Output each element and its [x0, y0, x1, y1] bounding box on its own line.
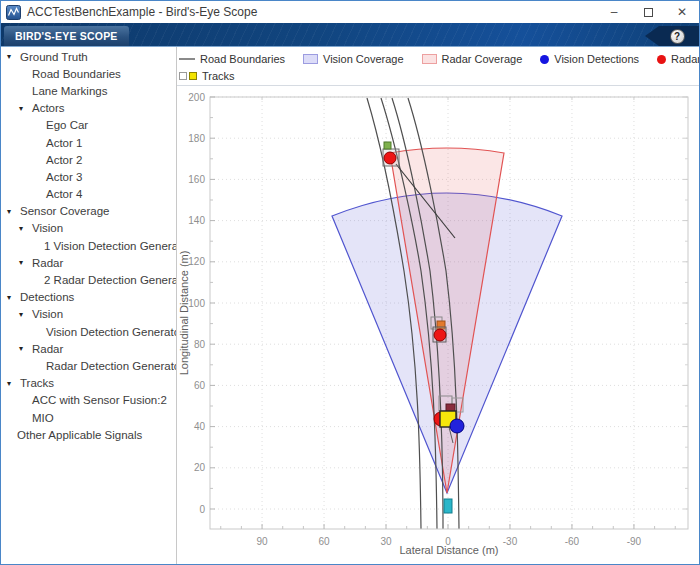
maximize-icon: [644, 8, 653, 17]
tree-item-lane-markings[interactable]: Lane Markings: [1, 82, 176, 99]
collapse-arrow-icon[interactable]: ▾: [19, 104, 28, 113]
tree-item-radar-detection-generator[interactable]: Radar Detection Generator: [1, 357, 176, 374]
tree-item-label: Actor 4: [1, 188, 82, 200]
y-tick-label: 160: [188, 174, 205, 185]
radar-detection-far: [384, 152, 396, 164]
ribbon-toolstrip: BIRD'S-EYE SCOPE ?: [1, 23, 699, 47]
tree-item-label: Vision Detection Generator: [1, 326, 177, 338]
y-axis-label: Longitudinal Distance (m): [178, 251, 190, 376]
x-tick-label: 90: [256, 536, 268, 547]
legend-label: Road Boundaries: [200, 53, 285, 65]
collapse-arrow-icon[interactable]: ▾: [19, 344, 28, 353]
y-tick-label: 60: [194, 380, 206, 391]
tree-item-road-boundaries[interactable]: Road Boundaries: [1, 65, 176, 82]
legend-label: Vision Coverage: [323, 53, 404, 65]
tree-item-actor-4[interactable]: Actor 4: [1, 186, 176, 203]
collapse-arrow-icon[interactable]: ▾: [7, 293, 16, 302]
legend-item-tracks: Tracks: [179, 70, 235, 82]
tree-item-sensor-coverage[interactable]: ▾Sensor Coverage: [1, 203, 176, 220]
legend-label: Tracks: [202, 70, 235, 82]
tree-item-radar[interactable]: ▾Radar: [1, 254, 176, 271]
tree-item-label: Radar: [32, 343, 63, 355]
y-tick-label: 200: [188, 92, 205, 103]
tree-item-other-applicable-signals[interactable]: Other Applicable Signals: [1, 426, 176, 443]
tree-item-label: Sensor Coverage: [20, 205, 110, 217]
radar-coverage-swatch: [422, 54, 437, 64]
y-tick-label: 140: [188, 215, 205, 226]
tree-item-label: Detections: [20, 291, 74, 303]
collapse-arrow-icon[interactable]: ▾: [19, 258, 28, 267]
tree-item-2-radar-detection-generator[interactable]: 2 Radar Detection Generator: [1, 271, 176, 288]
y-tick-label: 80: [194, 339, 206, 350]
y-tick-label: 180: [188, 133, 205, 144]
tree-item-label: Ground Truth: [20, 51, 88, 63]
tree-item-label: ACC with Sensor Fusion:2: [1, 394, 167, 406]
tree-item-1-vision-detection-generator[interactable]: 1 Vision Detection Generator: [1, 237, 176, 254]
collapse-arrow-icon[interactable]: ▾: [7, 207, 16, 216]
tree-item-actor-2[interactable]: Actor 2: [1, 151, 176, 168]
y-tick-label: 100: [188, 298, 205, 309]
tree-item-label: MIO: [1, 412, 54, 424]
x-tick-label: 0: [445, 536, 451, 547]
legend-item-vision-detections: Vision Detections: [540, 53, 639, 65]
tree-item-actor-3[interactable]: Actor 3: [1, 168, 176, 185]
tree-item-detections[interactable]: ▾Detections: [1, 289, 176, 306]
sensor-coverage-layer: [332, 148, 562, 493]
tree-item-label: 2 Radar Detection Generator: [1, 274, 177, 286]
signal-tree-panel: ▾Ground TruthRoad BoundariesLane Marking…: [1, 47, 177, 564]
x-tick-label: 30: [380, 536, 392, 547]
tree-item-label: Ego Car: [1, 119, 88, 131]
tree-item-ground-truth[interactable]: ▾Ground Truth: [1, 48, 176, 65]
tree-item-label: Actor 2: [1, 154, 82, 166]
tree-item-acc-with-sensor-fusion-2[interactable]: ACC with Sensor Fusion:2: [1, 392, 176, 409]
tree-item-label: Road Boundaries: [1, 68, 121, 80]
tree-item-tracks[interactable]: ▾Tracks: [1, 375, 176, 392]
help-wedge: ?: [645, 26, 699, 46]
collapse-arrow-icon[interactable]: ▾: [19, 310, 28, 319]
content-area: ▾Ground TruthRoad BoundariesLane Marking…: [1, 47, 699, 564]
tree-item-vision[interactable]: ▾Vision: [1, 306, 176, 323]
tab-birds-eye-scope[interactable]: BIRD'S-EYE SCOPE: [4, 26, 129, 46]
x-tick-label: 60: [318, 536, 330, 547]
road-boundaries-swatch: [179, 58, 195, 60]
tree-item-label: Tracks: [20, 377, 54, 389]
tree-item-radar[interactable]: ▾Radar: [1, 340, 176, 357]
collapse-arrow-icon[interactable]: ▾: [19, 224, 28, 233]
radar-detections-swatch: [657, 55, 666, 64]
tree-item-label: Vision: [32, 308, 63, 320]
tree-item-actors[interactable]: ▾Actors: [1, 100, 176, 117]
vision-detection-near: [450, 419, 464, 433]
close-button[interactable]: ✕: [665, 1, 699, 23]
help-button[interactable]: ?: [670, 29, 685, 44]
tree-item-actor-1[interactable]: Actor 1: [1, 134, 176, 151]
track-swatch: [189, 72, 197, 80]
tracks-swatch: [179, 72, 197, 80]
minimize-button[interactable]: –: [597, 1, 631, 23]
y-tick-label: 0: [199, 504, 205, 515]
maximize-button[interactable]: [631, 1, 665, 23]
legend-item-radar-coverage: Radar Coverage: [422, 53, 523, 65]
x-tick-label: -60: [565, 536, 580, 547]
collapse-arrow-icon[interactable]: ▾: [7, 379, 16, 388]
plot-panel: Road BoundariesVision CoverageRadar Cove…: [177, 47, 699, 564]
legend-item-vision-coverage: Vision Coverage: [303, 53, 404, 65]
tree-item-mio[interactable]: MIO: [1, 409, 176, 426]
vision-coverage-swatch: [303, 54, 318, 64]
birds-eye-plot-canvas: Lateral Distance (m) Longitudinal Distan…: [177, 86, 700, 565]
tree-item-label: Vision: [32, 222, 63, 234]
tree-item-vision-detection-generator[interactable]: Vision Detection Generator: [1, 323, 176, 340]
tree-item-vision[interactable]: ▾Vision: [1, 220, 176, 237]
tree-item-label: Lane Markings: [1, 85, 107, 97]
radar-detection-mid: [434, 329, 446, 341]
legend-item-radar-detections: Radar Detections: [657, 53, 700, 65]
tree-item-label: Radar Detection Generator: [1, 360, 177, 372]
collapse-arrow-icon[interactable]: ▾: [7, 52, 16, 61]
tree-item-label: Other Applicable Signals: [1, 429, 142, 441]
legend-label: Radar Detections: [671, 53, 700, 65]
legend-row-1: Road BoundariesVision CoverageRadar Cove…: [179, 51, 699, 67]
minimize-icon: –: [611, 5, 618, 19]
window-title: ACCTestBenchExample - Bird's-Eye Scope: [27, 5, 257, 19]
tree-item-ego-car[interactable]: Ego Car: [1, 117, 176, 134]
legend-item-road-boundaries: Road Boundaries: [179, 53, 285, 65]
legend-label: Radar Coverage: [442, 53, 523, 65]
